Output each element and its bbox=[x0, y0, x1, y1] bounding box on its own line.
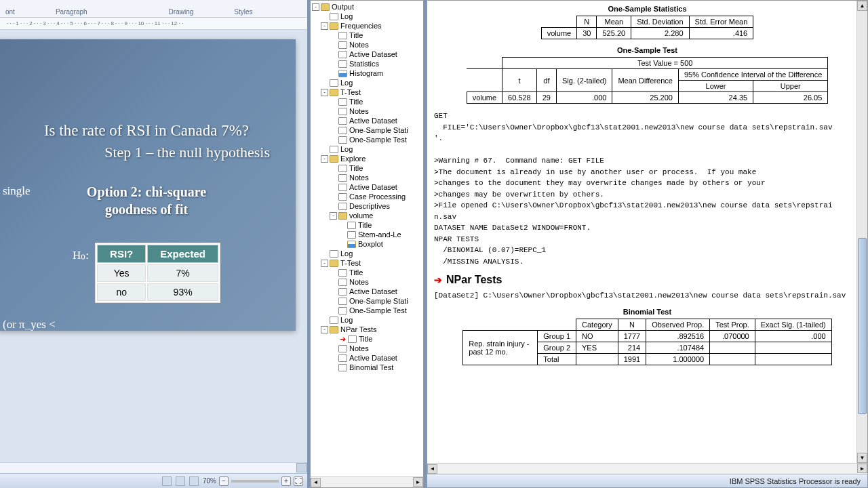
zoom-in-button[interactable]: + bbox=[281, 476, 291, 486]
tree-item[interactable]: -T-Test bbox=[312, 258, 422, 268]
tree-label: Active Dataset bbox=[349, 287, 397, 296]
tree-item[interactable]: Statistics bbox=[312, 59, 422, 68]
tree-item[interactable]: -volume bbox=[312, 211, 422, 220]
one-sample-test-table: Test Value = 500 t df Sig. (2-tailed) Me… bbox=[467, 57, 829, 104]
scroll-right-icon[interactable]: ► bbox=[857, 464, 867, 473]
page-icon bbox=[338, 203, 347, 210]
output-h-scrollbar[interactable]: ◄ ► bbox=[427, 463, 867, 474]
tree-toggle-icon[interactable]: - bbox=[312, 3, 319, 11]
tree-item[interactable]: Active Dataset bbox=[312, 353, 422, 363]
tree-label: Active Dataset bbox=[349, 182, 397, 192]
current-arrow-icon: ➔ bbox=[338, 334, 347, 344]
slide-title: Is the rate of RSI in Canada 7%? bbox=[9, 122, 283, 140]
tree-item[interactable]: Log bbox=[312, 78, 422, 87]
tree-toggle-icon[interactable]: - bbox=[330, 212, 337, 220]
binomial-caption: Binomial Test bbox=[434, 308, 861, 316]
output-content[interactable]: One-Sample Statistics N Mean Std. Deviat… bbox=[427, 1, 867, 463]
tree-item[interactable]: Active Dataset bbox=[312, 287, 422, 296]
scroll-thumb[interactable] bbox=[858, 238, 867, 414]
tree-toggle-icon[interactable]: - bbox=[321, 260, 328, 267]
ribbon-group-styles: Styles bbox=[234, 8, 252, 16]
spss-output-viewer: One-Sample Statistics N Mean Std. Deviat… bbox=[427, 0, 868, 488]
page-icon bbox=[348, 336, 357, 343]
tree-item[interactable]: Log bbox=[312, 315, 422, 325]
output-v-scrollbar[interactable]: ▲ ▼ bbox=[856, 1, 867, 463]
tree-item[interactable]: -T-Test bbox=[312, 87, 422, 97]
dataset-path: [DataSet2] C:\Users\Owner\Dropbox\gbcf13… bbox=[434, 291, 861, 300]
tree-item[interactable]: Title bbox=[312, 268, 422, 277]
tree-item[interactable]: Title bbox=[312, 30, 422, 40]
zoom-out-button[interactable]: − bbox=[219, 476, 229, 486]
test-caption: One-Sample Test bbox=[434, 46, 861, 54]
ribbon-group-font: ont bbox=[0, 8, 15, 16]
tree-item[interactable]: -NPar Tests bbox=[312, 325, 422, 334]
spss-outline-tree: -OutputLog-FrequenciesTitleNotesActive D… bbox=[310, 0, 424, 488]
tree-item[interactable]: Case Processing bbox=[312, 192, 422, 201]
tree-item[interactable]: Title bbox=[312, 97, 422, 106]
tree-item[interactable]: One-Sample Stati bbox=[312, 125, 422, 135]
tree-item[interactable]: Log bbox=[312, 144, 422, 154]
ribbon: ont Paragraph Drawing Styles bbox=[0, 0, 307, 18]
page-icon bbox=[338, 108, 347, 115]
tree-item[interactable]: ➔Title bbox=[312, 334, 422, 344]
tree-item[interactable]: -Frequencies bbox=[312, 21, 422, 30]
pi-text: (or π_yes < bbox=[3, 318, 283, 331]
tree-label: Log bbox=[340, 249, 353, 258]
tree-item[interactable]: Notes bbox=[312, 277, 422, 287]
tree-toggle-icon[interactable]: - bbox=[321, 22, 328, 30]
tree-item[interactable]: Title bbox=[312, 220, 422, 230]
word-statusbar: 70% − + ⛶ bbox=[0, 473, 307, 488]
tree-item[interactable]: Title bbox=[312, 163, 422, 173]
page-icon bbox=[338, 165, 347, 172]
tree-item[interactable]: Log bbox=[312, 249, 422, 258]
tree-label: Explore bbox=[340, 154, 366, 163]
tree-item[interactable]: Active Dataset bbox=[312, 49, 422, 59]
tree-label: Notes bbox=[349, 344, 369, 353]
page-icon bbox=[338, 288, 347, 296]
ribbon-group-drawing: Drawing bbox=[128, 8, 235, 16]
word-h-scrollbar[interactable] bbox=[0, 462, 307, 473]
tree-item[interactable]: Active Dataset bbox=[312, 182, 422, 192]
tree-h-scrollbar[interactable]: ◄ ► bbox=[311, 476, 423, 487]
scroll-right-icon[interactable]: ► bbox=[413, 477, 423, 487]
view-normal-icon[interactable] bbox=[162, 476, 172, 486]
scroll-left-icon[interactable]: ◄ bbox=[427, 464, 437, 474]
tree-item[interactable]: -Explore bbox=[312, 154, 422, 163]
tree-label: volume bbox=[349, 211, 373, 220]
tree-item[interactable]: Notes bbox=[312, 173, 422, 182]
tree-content[interactable]: -OutputLog-FrequenciesTitleNotesActive D… bbox=[311, 1, 423, 476]
tree-item[interactable]: Log bbox=[312, 12, 422, 21]
tree-item[interactable]: Boxplot bbox=[312, 239, 422, 249]
tree-item[interactable]: -Output bbox=[312, 2, 422, 12]
tree-item[interactable]: Notes bbox=[312, 344, 422, 353]
page-icon bbox=[330, 250, 338, 258]
tree-item[interactable]: Notes bbox=[312, 40, 422, 49]
tree-item[interactable]: Histogram bbox=[312, 68, 422, 78]
stats-caption: One-Sample Statistics bbox=[434, 5, 861, 13]
one-sample-stats-table: N Mean Std. Deviation Std. Error Mean vo… bbox=[541, 16, 754, 39]
tree-label: Title bbox=[349, 163, 363, 173]
page-icon bbox=[338, 32, 347, 39]
scroll-up-icon: ▲ bbox=[857, 1, 867, 11]
tree-toggle-icon[interactable]: - bbox=[321, 155, 328, 163]
tree-item[interactable]: Active Dataset bbox=[312, 116, 422, 125]
tree-label: Active Dataset bbox=[349, 353, 397, 363]
tree-item[interactable]: Stem-and-Le bbox=[312, 230, 422, 239]
tree-item[interactable]: Notes bbox=[312, 106, 422, 116]
tree-item[interactable]: Binomial Test bbox=[312, 363, 422, 372]
slide-editor[interactable]: Is the rate of RSI in Canada 7%? Step 1 … bbox=[0, 30, 307, 462]
tree-toggle-icon[interactable]: - bbox=[321, 89, 328, 96]
page-icon bbox=[338, 174, 347, 182]
tree-item[interactable]: One-Sample Test bbox=[312, 135, 422, 144]
tree-item[interactable]: Descriptives bbox=[312, 201, 422, 211]
scroll-left-icon[interactable]: ◄ bbox=[311, 478, 321, 487]
zoom-fit-button[interactable]: ⛶ bbox=[294, 476, 303, 486]
view-read-icon[interactable] bbox=[189, 476, 199, 486]
tree-toggle-icon[interactable]: - bbox=[321, 326, 328, 333]
zoom-slider[interactable] bbox=[231, 480, 279, 483]
tree-label: One-Sample Test bbox=[349, 135, 407, 144]
view-layout-icon[interactable] bbox=[176, 476, 185, 486]
tree-item[interactable]: One-Sample Stati bbox=[312, 296, 422, 306]
slide-option-text: Option 2: chi-squaregoodness of fit bbox=[9, 183, 283, 218]
tree-item[interactable]: One-Sample Test bbox=[312, 306, 422, 315]
